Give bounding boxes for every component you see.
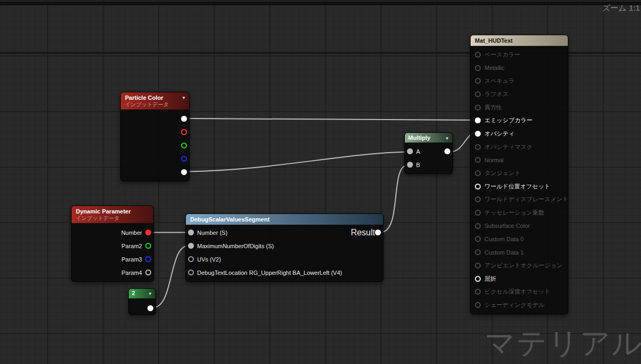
wire-constant-to-maxdigits[interactable]: [153, 246, 188, 308]
material-pin-tessellationmultiplier[interactable]: テッセレーション乗数: [471, 206, 568, 219]
material-pin-refraction[interactable]: 屈折: [471, 272, 568, 286]
material-pin-customdata0[interactable]: Custom Data 0: [471, 233, 568, 246]
node-mat-hudtext[interactable]: Mat_HUDText ベースカラー Metallic スペキュラ ラフネス 異…: [470, 35, 568, 314]
input-pin-b[interactable]: [407, 162, 413, 168]
output-pin-number[interactable]: [145, 230, 151, 235]
output-row-b: [121, 152, 189, 165]
node-body: [129, 298, 155, 314]
pin-label: 屈折: [484, 275, 496, 283]
node-title: Mat_HUDText: [475, 37, 513, 44]
material-pin-worlddisplacement[interactable]: ワールドディスプレースメント: [471, 193, 568, 207]
material-pin-subsurfacecolor[interactable]: Subsurface Color: [471, 219, 568, 233]
node-title: Multiply: [408, 134, 431, 141]
chevron-down-icon[interactable]: ▼: [182, 94, 186, 102]
pin-circle: [475, 78, 481, 84]
output-pin-param3[interactable]: [145, 256, 151, 262]
node-header[interactable]: Mat_HUDText: [471, 35, 568, 46]
chevron-down-icon[interactable]: ▼: [148, 290, 152, 298]
wire-result-to-multiply-b[interactable]: [381, 165, 407, 233]
material-pin-opacity[interactable]: オパシティ: [471, 127, 568, 140]
node-header[interactable]: Particle Color ▼ インプットデータ: [121, 92, 189, 109]
output-row: [444, 145, 450, 158]
material-pin-anisotropy[interactable]: 異方性: [471, 101, 568, 114]
material-pin-metallic[interactable]: Metallic: [471, 61, 568, 75]
pin-label: 異方性: [484, 104, 502, 112]
output-pin-b[interactable]: [181, 156, 187, 162]
pin-circle: [475, 184, 481, 189]
output-row-param2: Param2: [72, 239, 153, 252]
input-pin-number[interactable]: [188, 230, 194, 235]
input-pin-uvs[interactable]: [188, 256, 194, 262]
material-pin-pixeldepthoffset[interactable]: ピクセル深度オフセット: [471, 285, 568, 298]
output-pin-rgb[interactable]: [181, 116, 187, 122]
node-title: Dynamic Parameter: [76, 208, 131, 215]
pin-circle: [475, 91, 481, 97]
output-pin-result[interactable]: [375, 230, 381, 235]
material-pin-ambientocclusion[interactable]: アンビエントオクルージョン: [471, 259, 568, 272]
node-subtitle: インプットデータ: [76, 215, 149, 221]
pin-label: Param4: [121, 270, 142, 276]
material-pin-emissive[interactable]: エミッシブカラー: [471, 114, 568, 127]
pin-label: ワールドディスプレースメント: [484, 195, 568, 203]
pin-circle: [475, 105, 481, 110]
node-particle-color[interactable]: Particle Color ▼ インプットデータ: [120, 92, 190, 181]
pin-circle: [475, 289, 481, 295]
node-header[interactable]: 2 ▼: [129, 289, 155, 298]
material-pin-normal[interactable]: Normal: [471, 154, 568, 167]
material-pin-worldpositionoffset[interactable]: ワールド位置オフセット: [471, 180, 568, 193]
output-pin-param2[interactable]: [145, 243, 151, 249]
node-title: 2: [132, 290, 135, 296]
pin-label: Param3: [121, 256, 142, 263]
output-row-param4: Param4: [72, 266, 153, 279]
material-graph-canvas[interactable]: Particle Color ▼ インプットデータ Dynamic Parame…: [0, 0, 641, 364]
pin-label: DebugTextLocation RG_UpperRight BA_Lower…: [197, 270, 342, 276]
material-pin-basecolor[interactable]: ベースカラー: [471, 48, 568, 61]
pin-label: Normal: [484, 157, 503, 163]
pin-label: ラフネス: [484, 90, 509, 98]
pin-label: MaximumNumberOfDigits (S): [197, 243, 274, 249]
pin-circle: [475, 210, 481, 216]
output-pin-result[interactable]: [444, 148, 450, 154]
node-dynamic-parameter[interactable]: Dynamic Parameter インプットデータ Number Param2…: [71, 205, 154, 282]
pin-circle: [475, 170, 481, 176]
wire-particlecolor-to-emissive[interactable]: [187, 118, 475, 120]
node-multiply[interactable]: Multiply ▼ A B: [404, 132, 453, 174]
pin-circle: [475, 52, 481, 58]
pin-label: シェーディングモデル: [484, 301, 544, 309]
node-header[interactable]: Multiply ▼: [405, 133, 452, 143]
wire-particlecolor-a-to-multiply-a[interactable]: [187, 152, 407, 172]
node-constant-2[interactable]: 2 ▼: [128, 288, 156, 315]
output-pin-param4[interactable]: [145, 270, 151, 275]
pin-circle: [475, 236, 481, 242]
chevron-down-icon[interactable]: ▼: [445, 135, 449, 143]
material-pin-opacitymask[interactable]: オパシティマスク: [471, 140, 568, 154]
node-debug-scalar-values-segment[interactable]: DebugScalarValuesSegment Number (S) Maxi…: [185, 213, 384, 282]
input-pin-debugtextlocation[interactable]: [188, 270, 194, 275]
input-row-uvs: UVs (V2): [186, 252, 383, 266]
pin-circle: [475, 65, 481, 71]
material-pin-specular[interactable]: スペキュラ: [471, 74, 568, 88]
output-pin-g[interactable]: [181, 143, 187, 148]
node-header[interactable]: DebugScalarValuesSegment: [186, 214, 383, 225]
pin-label: オパシティマスク: [484, 143, 533, 151]
output-pin-r[interactable]: [181, 129, 187, 135]
node-title: DebugScalarValuesSegment: [190, 216, 270, 223]
output-row-number: Number: [72, 226, 153, 239]
material-pin-customdata1[interactable]: Custom Data 1: [471, 246, 568, 259]
pin-label: Subsurface Color: [484, 223, 530, 229]
input-pin-maxdigits[interactable]: [188, 243, 194, 249]
material-pin-tangent[interactable]: タンジェント: [471, 167, 568, 180]
node-header[interactable]: Dynamic Parameter インプットデータ: [72, 206, 153, 223]
material-pin-shadingmodel[interactable]: シェーディングモデル: [471, 298, 568, 312]
output-pin-a[interactable]: [181, 169, 187, 175]
material-pin-roughness[interactable]: ラフネス: [471, 88, 568, 101]
input-pin-a[interactable]: [407, 148, 413, 154]
pin-label: テッセレーション乗数: [484, 209, 544, 217]
node-subtitle: インプットデータ: [125, 101, 185, 108]
output-pin-value[interactable]: [147, 305, 153, 311]
pin-label: UVs (V2): [197, 256, 221, 263]
output-row-param3: Param3: [72, 252, 153, 266]
pin-label: オパシティ: [484, 130, 514, 138]
pin-label: B: [416, 162, 420, 168]
pin-circle: [475, 276, 481, 282]
